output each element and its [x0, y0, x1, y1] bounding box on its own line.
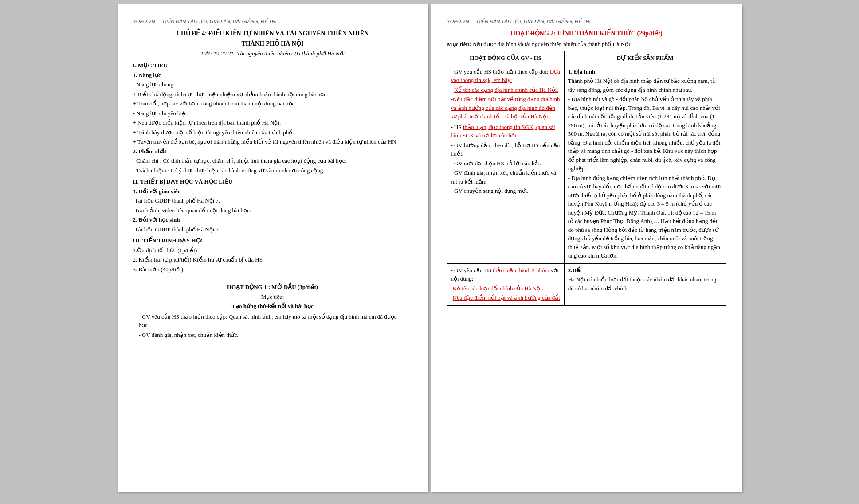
hoatdong1-box: HOẠT ĐỘNG 1 : MỞ ĐẦU (3p/tiết) Mục tiêu:…: [133, 279, 412, 344]
section1-1-1b: + Trao đổi, hợp tác với bạn trong nhóm h…: [133, 99, 412, 108]
nangluc-chung-label: - Năng lực chung:: [133, 81, 175, 88]
left-watermark: YOPO.VN---- DIỄN ĐÀN TÀI LIỆU, GIÁO ÁN, …: [133, 18, 412, 25]
section2-1b: -Tranh ảnh, video liên quan đến nội dung…: [133, 206, 412, 215]
pages-container: YOPO.VN---- DIỄN ĐÀN TÀI LIỆU, GIÁO ÁN, …: [118, 4, 742, 492]
section3-2: 2. Kiểm tra: (2 phút/tiết) Kiểm tra sự c…: [133, 255, 412, 264]
table-cell-right-2: 2.Đất Hà Nội có nhiều loại đất thuộc các…: [564, 263, 726, 305]
section1-2-heading: 2. Phẩm chất: [133, 147, 412, 156]
right-page: YOPO.VN---- DIỄN ĐÀN TÀI LIỆU, GIÁO ÁN, …: [431, 4, 742, 492]
table-header-right: DỰ KIẾN SẢN PHẨM: [564, 51, 726, 65]
table-row: - GV yêu cầu HS thảo luận thành 2 nhóm v…: [447, 263, 726, 305]
section1-1-2b: + Trình bày được một số biện tài nguyên …: [133, 128, 412, 137]
right-title: HOẠT ĐỘNG 2: HÌNH THÀNH KIẾN THỨC (29p/t…: [447, 29, 726, 38]
table-cell-right-1: 1. Địa hình Thành phố Hà Nội có địa hình…: [564, 65, 726, 263]
right-muctieu: Mục tiêu: Nêu được địa hình và tài nguyê…: [447, 40, 726, 49]
left-page: YOPO.VN---- DIỄN ĐÀN TÀI LIỆU, GIÁO ÁN, …: [118, 4, 428, 492]
table-cell-left-2: - GV yêu cầu HS thảo luận thành 2 nhóm v…: [447, 263, 564, 305]
section1-2b: - Trách nhiệm : Có ý thực thực hiện các …: [133, 166, 412, 175]
left-title1: CHỦ ĐỀ 4: ĐIỀU KIỆN TỰ NHIÊN VÀ TÀI NGUY…: [133, 29, 412, 38]
section3-3: 3. Bài mới: (40p/tiết): [133, 265, 412, 274]
right-watermark: YOPO.VN---- DIỄN ĐÀN TÀI LIỆU, GIÁO ÁN, …: [447, 18, 726, 25]
left-title3: Tiết: 19,20,21: Tài nguyên thiên nhiên c…: [133, 49, 412, 58]
table-cell-left-1: - GV yêu cầu HS thảo luận theo cặp đôi: …: [447, 65, 564, 263]
hoatdong1-line2: - GV đánh giá, nhận xét, chuẩn kiến thức…: [139, 331, 407, 340]
section2-1a: -Tài liệu GDĐP thành phố Hà Nội 7.: [133, 196, 412, 205]
section1-1-heading: 1. Năng lực: [133, 71, 412, 80]
section3-heading: III. TIẾN TRÌNH DẠY HỌC: [133, 236, 412, 245]
section1-2a: - Chăm chí : Có tinh thần tự học, chăm c…: [133, 156, 412, 165]
hoatdong1-taohung: Tạo hứng thú-kết nối và bài học: [139, 302, 407, 311]
table-row: - GV yêu cầu HS thảo luận theo cặp đôi: …: [447, 65, 726, 263]
section1-1-2a: + Nêu được điều kiện tự nhiên trên địa b…: [133, 118, 412, 127]
hoatdong1-muctieu: Mục tiêu:: [139, 293, 407, 301]
section2-2a: -Tài liệu GDĐP thành phố Hà Nội 7.: [133, 225, 412, 234]
hoatdong1-line1: - GV yêu cầu HS thảo luận theo cặp: Quan…: [139, 313, 407, 330]
section2-1-heading: 1. Đối với giáo viên: [133, 187, 412, 196]
hoatdong1-title: HOẠT ĐỘNG 1 : MỞ ĐẦU (3p/tiết): [139, 283, 407, 292]
section1-1-2c: + Tuyên truyền để bạn bè, người thân nhữ…: [133, 137, 412, 146]
section1-1-1a: + Biết chủ động, tích cực thực hiện nhiệ…: [133, 90, 412, 99]
section1-heading: I. MỤC TIÊU: [133, 61, 412, 70]
table-header-left: HOẠT ĐỘNG CỦA GV - HS: [447, 51, 564, 65]
section1-1-1: - Năng lực chung:: [133, 80, 412, 89]
activity-table: HOẠT ĐỘNG CỦA GV - HS DỰ KIẾN SẢN PHẨM -…: [447, 51, 726, 306]
section2-heading: II. THIẾT BỊ DẠY HỌC VÀ HỌC LIỆU: [133, 177, 412, 186]
left-title2: THÀNH PHỐ HÀ NỘI: [133, 39, 412, 48]
section3-1: 1.Ổn định tổ chức:(1p/tiết): [133, 246, 412, 255]
section1-1-2: - Năng lực chuyên biệt: [133, 109, 412, 118]
section2-2-heading: 2. Đối với học sinh: [133, 215, 412, 224]
